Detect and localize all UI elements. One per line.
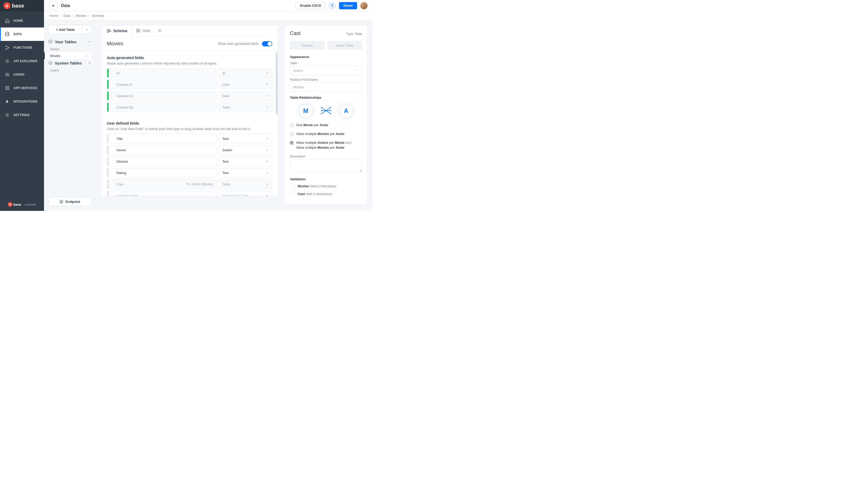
field-genre-type[interactable]: Switch <box>219 145 272 155</box>
endpoint-button[interactable]: Endpoint <box>48 197 91 206</box>
nav-api-explorer[interactable]: API EXPLORER <box>0 54 44 68</box>
home-icon <box>5 18 10 23</box>
gear-icon <box>157 28 162 33</box>
svg-point-5 <box>6 73 7 74</box>
relationship-diagram: M A <box>290 104 362 118</box>
rel-option-one-to-many[interactable]: Allow multiple Movies per Actor <box>290 132 362 136</box>
svg-point-12 <box>49 40 52 41</box>
field-created-at: Created At <box>107 80 216 89</box>
tab-settings[interactable] <box>154 25 167 36</box>
tab-schema[interactable]: Schema <box>102 25 132 36</box>
cancel-button[interactable]: Cancel <box>290 41 325 50</box>
schema-editor: Schema Data Movies Show auto-gen <box>96 20 283 211</box>
help-button[interactable]: ? <box>329 2 336 9</box>
system-tables-group[interactable]: System Tables <box>48 61 91 65</box>
svg-point-6 <box>8 73 9 74</box>
svg-rect-8 <box>8 86 9 88</box>
select-data-type[interactable]: Select Data Type <box>219 191 272 196</box>
field-created-by-type: Table <box>219 103 272 112</box>
movies-mandatory-checkbox[interactable]: Moviesfield is Mandatory <box>290 184 362 189</box>
svg-point-14 <box>49 61 52 65</box>
svg-point-22 <box>321 107 322 108</box>
svg-rect-10 <box>8 89 9 90</box>
back-button[interactable] <box>49 2 58 10</box>
svg-rect-15 <box>107 29 108 30</box>
system-tables-label: System Tables <box>55 61 82 65</box>
save-field-button[interactable]: Save Field <box>328 41 362 50</box>
add-new-field[interactable]: Add New Field <box>107 191 216 196</box>
api-icon <box>5 59 10 64</box>
nav-app-services[interactable]: APP SERVICES <box>0 81 44 95</box>
brand-name: base <box>13 203 21 206</box>
nav-api-label: API EXPLORER <box>13 59 37 63</box>
auto-fields-heading: Auto-generated fields <box>107 56 272 60</box>
tabs: Schema Data <box>101 25 278 36</box>
field-genre[interactable]: Genre <box>107 145 216 155</box>
field-director[interactable]: Director <box>107 157 216 166</box>
nav-users[interactable]: USERS <box>0 68 44 81</box>
crumb-schema: Schema <box>92 14 104 18</box>
nav-home[interactable]: HOME <box>0 14 44 27</box>
rel-circle-a: A <box>339 104 353 118</box>
scrollbar[interactable] <box>276 52 277 114</box>
user-avatar[interactable] <box>360 2 368 9</box>
table-select[interactable]: Actors <box>290 66 362 75</box>
functions-icon <box>5 45 10 50</box>
enable-cicd-button[interactable]: Enable CI/CD <box>296 2 326 9</box>
svg-rect-17 <box>110 30 111 32</box>
rel-option-one-to-one[interactable]: One Movie per Actor <box>290 123 362 127</box>
rel-option-many-to-many[interactable]: Allow multiple Actors per Movie andAllow… <box>290 140 362 150</box>
svg-rect-18 <box>136 29 140 32</box>
appearance-label: Appearance <box>290 55 362 59</box>
svg-rect-21 <box>188 185 189 185</box>
table-label: Table <box>290 61 362 65</box>
chevron-down-icon <box>265 71 269 75</box>
field-detail-title: Cast <box>290 30 301 36</box>
chevron-down-icon <box>265 94 269 98</box>
svg-point-0 <box>5 32 9 33</box>
add-table-button[interactable]: + Add Table <box>48 25 83 34</box>
chevron-down-icon <box>265 106 269 109</box>
field-title-type[interactable]: Text <box>219 134 272 143</box>
share-button[interactable]: Share <box>339 2 357 9</box>
more-icon[interactable]: ··· <box>84 54 89 58</box>
cast-mandatory-checkbox[interactable]: Castfield is Mandatory <box>290 192 362 197</box>
svg-point-24 <box>321 113 322 114</box>
description-input[interactable] <box>290 159 362 172</box>
crumb-data[interactable]: Data <box>63 14 70 18</box>
svg-point-27 <box>330 113 331 114</box>
field-rating[interactable]: Rating <box>107 168 216 177</box>
chevron-down-icon <box>355 69 359 72</box>
svg-point-13 <box>50 62 51 64</box>
field-id: ID <box>107 68 216 78</box>
field-detail-type: Type: Table <box>346 32 362 36</box>
table-item-users[interactable]: Users <box>44 67 91 74</box>
show-auto-fields-toggle[interactable] <box>262 41 272 46</box>
nav-functions[interactable]: FUNCTIONS <box>0 41 44 54</box>
table-item-movies[interactable]: Movies ··· <box>44 52 91 59</box>
crumb-home[interactable]: Home <box>49 14 58 18</box>
nav-app-label: APP SERVICES <box>13 86 37 90</box>
logo-badge-icon: 8 <box>4 2 10 9</box>
user-fields-desc: Click on "Add New Field" to define your … <box>107 127 272 131</box>
nav-settings[interactable]: SETTINGS <box>0 108 44 122</box>
field-detail-panel: Cast Type: Table Cancel Save Field Appea… <box>283 20 373 211</box>
nav-data[interactable]: DATA <box>0 27 44 41</box>
field-director-type[interactable]: Text <box>219 157 272 166</box>
table-item-actors[interactable]: Actors <box>44 46 91 52</box>
field-rating-type[interactable]: Text <box>219 168 272 177</box>
sidebar-footer: 8 base | console <box>0 198 44 211</box>
svg-rect-16 <box>107 31 108 32</box>
users-icon <box>5 72 10 77</box>
nav-users-label: USERS <box>13 73 25 77</box>
tab-data[interactable]: Data <box>132 25 155 36</box>
add-table-dropdown[interactable] <box>83 25 91 34</box>
relation-field-input[interactable]: Movies <box>290 83 362 91</box>
grid-icon <box>136 28 141 33</box>
field-cast-type[interactable]: Table <box>219 179 272 189</box>
your-tables-group[interactable]: Your Tables <box>48 39 91 44</box>
field-cast[interactable]: CastActors (Movies) <box>107 179 216 189</box>
crumb-movies[interactable]: Movies <box>76 14 87 18</box>
field-title[interactable]: Title <box>107 134 216 143</box>
nav-integrations[interactable]: INTEGRATIONS <box>0 95 44 108</box>
